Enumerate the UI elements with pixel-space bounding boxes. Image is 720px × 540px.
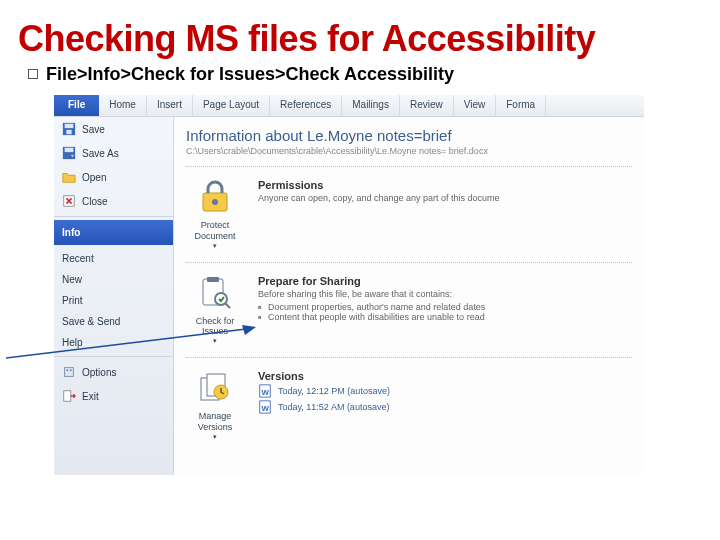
svg-rect-11 (66, 369, 68, 371)
permissions-heading: Permissions (258, 179, 632, 191)
svg-rect-17 (207, 277, 219, 282)
sidebar-label: Close (82, 196, 108, 207)
backstage-sidebar: Save Save As Open Close Info Recent New … (54, 117, 174, 475)
slide-title: Checking MS files for Accessibility (0, 0, 720, 64)
chevron-down-icon: ▾ (186, 433, 244, 441)
sidebar-item-recent[interactable]: Recent (54, 248, 173, 269)
document-path: C:\Users\crable\Documents\crable\Accessi… (186, 146, 632, 156)
sidebar-item-print[interactable]: Print (54, 290, 173, 311)
sidebar-label: Open (82, 172, 106, 183)
ribbon-tab-mailings[interactable]: Mailings (342, 95, 400, 116)
word-doc-icon: W (258, 400, 272, 414)
divider (186, 166, 632, 167)
ribbon-tab-review[interactable]: Review (400, 95, 454, 116)
options-icon (62, 365, 76, 379)
sidebar-separator (54, 216, 173, 217)
svg-rect-12 (70, 369, 72, 371)
document-info-title: Information about Le.Moyne notes=brief (186, 127, 632, 144)
sidebar-label: Save As (82, 148, 119, 159)
version-label: Today, 11:52 AM (autosave) (278, 402, 389, 412)
permissions-text: Anyone can open, copy, and change any pa… (258, 193, 632, 203)
version-label: Today, 12:12 PM (autosave) (278, 386, 390, 396)
svg-line-19 (225, 303, 230, 308)
close-icon (62, 194, 76, 208)
sidebar-label: Help (62, 337, 83, 348)
ribbon-file-tab[interactable]: File (54, 95, 99, 116)
button-label: Check for Issues (186, 316, 244, 338)
check-for-issues-button[interactable]: Check for Issues ▾ (186, 275, 244, 346)
divider (186, 357, 632, 358)
ribbon-tab-page-layout[interactable]: Page Layout (193, 95, 270, 116)
versions-icon (197, 370, 233, 406)
saveas-icon (62, 146, 76, 160)
sidebar-label: New (62, 274, 82, 285)
manage-versions-button[interactable]: Manage Versions ▾ (186, 370, 244, 441)
svg-rect-10 (65, 368, 74, 377)
svg-text:W: W (262, 404, 270, 413)
slide-bullet: File>Info>Check for Issues>Check Accessi… (0, 64, 720, 95)
inspect-icon (197, 275, 233, 311)
sidebar-item-info[interactable]: Info (54, 220, 173, 245)
divider (186, 262, 632, 263)
sharing-heading: Prepare for Sharing (258, 275, 632, 287)
versions-heading: Versions (258, 370, 632, 382)
lock-icon (197, 179, 233, 215)
sidebar-item-savesend[interactable]: Save & Send (54, 311, 173, 332)
bullet-square-icon (28, 69, 38, 79)
svg-rect-3 (65, 124, 74, 128)
exit-icon (62, 389, 76, 403)
sidebar-item-close[interactable]: Close (54, 189, 173, 213)
button-label: Manage Versions (186, 411, 244, 433)
protect-document-button[interactable]: Protect Document ▾ (186, 179, 244, 250)
sharing-item: Document properties, author's name and r… (258, 302, 632, 312)
chevron-down-icon: ▾ (186, 337, 244, 345)
bullet-text: File>Info>Check for Issues>Check Accessi… (46, 64, 454, 84)
sidebar-label: Print (62, 295, 83, 306)
open-icon (62, 170, 76, 184)
svg-point-15 (212, 199, 218, 205)
sharing-text: Before sharing this file, be aware that … (258, 289, 632, 299)
sidebar-item-exit[interactable]: Exit (54, 384, 173, 408)
sharing-item: Content that people with disabilities ar… (258, 312, 632, 322)
word-doc-icon: W (258, 384, 272, 398)
backstage-main: Information about Le.Moyne notes=brief C… (174, 117, 644, 475)
sidebar-label: Options (82, 367, 116, 378)
sidebar-item-open[interactable]: Open (54, 165, 173, 189)
save-icon (62, 122, 76, 136)
sidebar-item-new[interactable]: New (54, 269, 173, 290)
ribbon-tab-references[interactable]: References (270, 95, 342, 116)
versions-section: Manage Versions ▾ Versions W Today, 12:1… (186, 364, 632, 447)
ribbon: File Home Insert Page Layout References … (54, 95, 644, 117)
word-backstage-screenshot: File Home Insert Page Layout References … (54, 95, 644, 475)
version-entry[interactable]: W Today, 11:52 AM (autosave) (258, 400, 632, 414)
sidebar-label: Info (62, 227, 80, 238)
sidebar-item-help[interactable]: Help (54, 332, 173, 353)
version-entry[interactable]: W Today, 12:12 PM (autosave) (258, 384, 632, 398)
sidebar-label: Save & Send (62, 316, 120, 327)
sidebar-label: Save (82, 124, 105, 135)
svg-rect-13 (64, 391, 71, 402)
sidebar-item-save[interactable]: Save (54, 117, 173, 141)
sidebar-label: Recent (62, 253, 94, 264)
svg-text:W: W (262, 388, 270, 397)
sidebar-item-saveas[interactable]: Save As (54, 141, 173, 165)
button-label: Protect Document (186, 220, 244, 242)
sidebar-separator (54, 356, 173, 357)
ribbon-tab-insert[interactable]: Insert (147, 95, 193, 116)
ribbon-tab-home[interactable]: Home (99, 95, 147, 116)
sidebar-item-options[interactable]: Options (54, 360, 173, 384)
permissions-section: Protect Document ▾ Permissions Anyone ca… (186, 173, 632, 256)
ribbon-tab-format[interactable]: Forma (496, 95, 546, 116)
ribbon-tab-view[interactable]: View (454, 95, 497, 116)
svg-rect-6 (65, 148, 74, 152)
sidebar-label: Exit (82, 391, 99, 402)
chevron-down-icon: ▾ (186, 242, 244, 250)
prepare-for-sharing-section: Check for Issues ▾ Prepare for Sharing B… (186, 269, 632, 352)
svg-rect-4 (66, 130, 71, 134)
